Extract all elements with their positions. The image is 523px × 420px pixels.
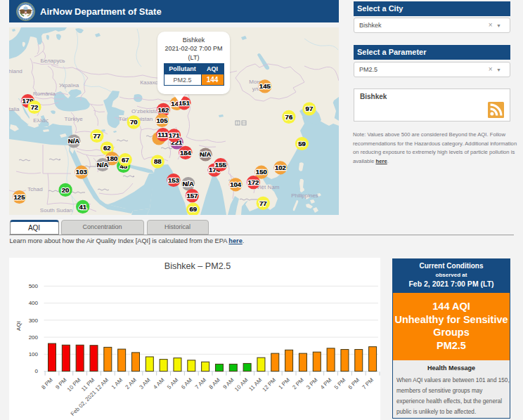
svg-text:72: 72 — [31, 103, 39, 111]
svg-text:N/A: N/A — [183, 180, 195, 188]
svg-text:62: 62 — [103, 144, 111, 152]
svg-text:88: 88 — [154, 157, 162, 165]
svg-text:300: 300 — [29, 317, 39, 324]
svg-text:69: 69 — [189, 205, 197, 213]
svg-text:172: 172 — [247, 178, 259, 186]
svg-text:0: 0 — [35, 368, 39, 374]
svg-text:Беларусь: Беларусь — [41, 58, 65, 64]
svg-text:104: 104 — [230, 181, 242, 188]
svg-text:3 PM: 3 PM — [305, 376, 319, 391]
svg-text:6 PM: 6 PM — [347, 376, 361, 391]
svg-text:400: 400 — [29, 300, 39, 306]
svg-text:111: 111 — [157, 131, 169, 138]
svg-text:10 PM: 10 PM — [66, 376, 82, 393]
svg-text:102: 102 — [275, 164, 286, 171]
svg-text:Türkiye: Türkiye — [64, 116, 83, 122]
svg-text:97: 97 — [306, 105, 314, 112]
svg-text:hland: hland — [9, 68, 22, 74]
svg-text:500: 500 — [29, 283, 39, 289]
svg-text:Philippines: Philippines — [291, 192, 318, 199]
svg-text:59: 59 — [298, 140, 306, 147]
svg-text:171: 171 — [169, 131, 181, 139]
svg-text:41: 41 — [79, 203, 86, 211]
svg-text:12 PM: 12 PM — [261, 376, 277, 393]
svg-text:N/A: N/A — [68, 137, 80, 145]
svg-text:125: 125 — [14, 193, 26, 201]
svg-text:105: 105 — [157, 117, 169, 124]
svg-text:6 AM: 6 AM — [180, 376, 193, 390]
svg-text:România: România — [33, 91, 56, 97]
svg-text:8 AM: 8 AM — [208, 376, 221, 390]
svg-text:1 PM: 1 PM — [277, 376, 291, 391]
svg-text:10 AM: 10 AM — [233, 376, 250, 393]
svg-text:11 AM: 11 AM — [247, 376, 263, 392]
svg-text:4 PM: 4 PM — [319, 376, 333, 391]
svg-text:7 PM: 7 PM — [361, 376, 375, 391]
svg-text:184: 184 — [180, 149, 192, 157]
svg-text:20: 20 — [62, 186, 70, 194]
svg-text:76: 76 — [285, 113, 293, 121]
svg-text:Italia: Italia — [9, 106, 20, 112]
svg-text:200: 200 — [29, 334, 39, 341]
svg-text:1 AM: 1 AM — [110, 376, 124, 390]
svg-text:N/A: N/A — [97, 161, 109, 169]
svg-text:3 AM: 3 AM — [138, 376, 151, 390]
svg-text:103: 103 — [76, 168, 87, 176]
svg-text:Bishkek – PM2.5: Bishkek – PM2.5 — [164, 261, 231, 271]
svg-text:2 PM: 2 PM — [291, 376, 305, 391]
svg-text:4 AM: 4 AM — [152, 376, 165, 390]
svg-text:O’zbekiston: O’zbekiston — [131, 108, 161, 114]
svg-text:100: 100 — [29, 351, 39, 357]
svg-text:South Sudan: South Sudan — [40, 207, 72, 214]
svg-text:157: 157 — [186, 192, 198, 199]
svg-text:77: 77 — [93, 132, 101, 140]
svg-text:5 AM: 5 AM — [166, 376, 179, 390]
svg-text:2 AM: 2 AM — [124, 376, 138, 390]
svg-text:N/A: N/A — [200, 150, 212, 158]
svg-text:150: 150 — [256, 168, 267, 176]
svg-text:67: 67 — [122, 156, 129, 164]
svg-text:77: 77 — [259, 199, 267, 207]
svg-text:155: 155 — [215, 161, 227, 169]
svg-text:162: 162 — [157, 106, 169, 114]
svg-text:70: 70 — [130, 118, 138, 126]
svg-text:Tchad: Tchad — [27, 186, 42, 192]
svg-text:153: 153 — [168, 176, 179, 184]
svg-text:Україна: Україна — [59, 82, 79, 88]
svg-text:Việt Nam: Việt Nam — [257, 184, 280, 190]
svg-text:7 AM: 7 AM — [194, 376, 207, 390]
svg-text:8 PM: 8 PM — [40, 376, 54, 391]
svg-text:AQI: AQI — [15, 321, 22, 331]
svg-text:5 PM: 5 PM — [333, 376, 347, 391]
svg-text:145: 145 — [259, 82, 271, 90]
svg-text:Ελλάς: Ελλάς — [33, 117, 49, 124]
